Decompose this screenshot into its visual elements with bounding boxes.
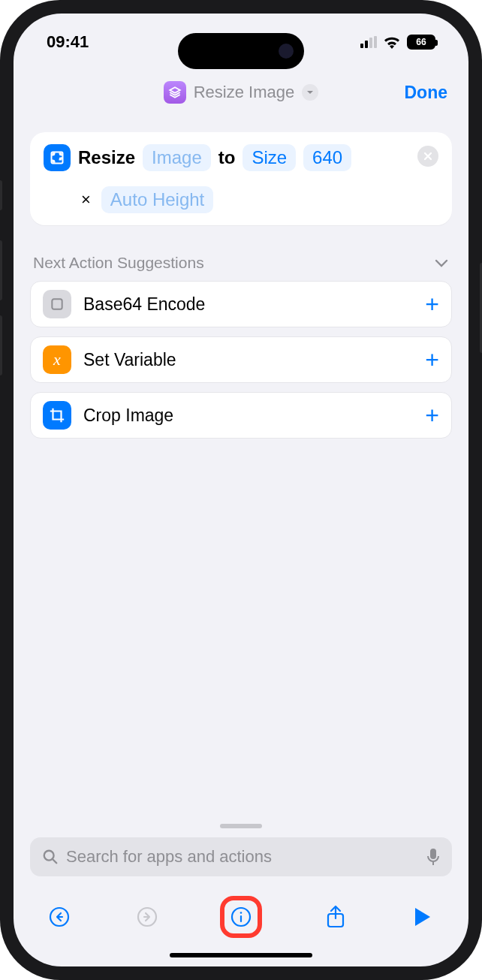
sheet-grabber[interactable] — [220, 824, 262, 828]
search-bar[interactable] — [30, 837, 452, 876]
resize-action-card[interactable]: Resize Image to Size 640 × Auto Height — [30, 132, 452, 225]
volume-up — [0, 240, 2, 300]
shortcut-title: Resize Image — [194, 83, 295, 102]
square-icon — [43, 290, 71, 318]
input-token[interactable]: Image — [143, 144, 211, 171]
suggestion-crop-image[interactable]: Crop Image + — [30, 392, 452, 439]
done-button[interactable]: Done — [405, 83, 448, 103]
chevron-down-icon — [302, 84, 318, 101]
suggestions-header[interactable]: Next Action Suggestions — [33, 254, 449, 272]
screen: 09:41 66 Resize Image Done — [14, 14, 468, 966]
side-button — [0, 180, 2, 210]
play-button[interactable] — [408, 903, 437, 931]
suggestion-label: Crop Image — [83, 406, 413, 426]
clear-action-button[interactable] — [417, 146, 438, 167]
size-token[interactable]: Size — [243, 144, 296, 171]
status-time: 09:41 — [47, 32, 89, 52]
add-icon[interactable]: + — [425, 402, 439, 430]
nav-bar: Resize Image Done — [14, 71, 468, 114]
add-icon[interactable]: + — [425, 291, 439, 318]
battery-icon: 66 — [407, 35, 435, 50]
suggestions-label: Next Action Suggestions — [33, 254, 204, 272]
variable-icon: x — [43, 345, 71, 374]
volume-down — [0, 315, 2, 375]
dynamic-island — [178, 33, 304, 69]
action-verb: Resize — [78, 147, 135, 168]
mic-icon[interactable] — [426, 848, 440, 866]
crop-icon — [43, 401, 71, 430]
info-button[interactable] — [227, 903, 255, 931]
width-token[interactable]: 640 — [303, 144, 351, 171]
home-indicator[interactable] — [170, 953, 312, 957]
resize-icon — [44, 144, 71, 171]
redo-button — [133, 903, 161, 931]
svg-point-7 — [240, 912, 243, 914]
share-button[interactable] — [321, 903, 350, 931]
height-token[interactable]: Auto Height — [101, 186, 213, 213]
search-icon — [42, 849, 59, 865]
suggestion-label: Base64 Encode — [83, 294, 413, 315]
search-input[interactable] — [66, 847, 419, 867]
undo-button[interactable] — [45, 903, 74, 931]
suggestion-base64[interactable]: Base64 Encode + — [30, 281, 452, 327]
add-icon[interactable]: + — [425, 346, 439, 374]
toolbar — [14, 890, 468, 948]
chevron-down-icon — [434, 258, 449, 268]
phone-frame: 09:41 66 Resize Image Done — [0, 0, 482, 980]
shortcut-app-icon — [164, 81, 186, 104]
cellular-icon — [360, 36, 377, 48]
action-to: to — [218, 147, 236, 168]
suggestion-set-variable[interactable]: x Set Variable + — [30, 336, 452, 383]
title-menu[interactable]: Resize Image — [164, 81, 319, 104]
wifi-icon — [383, 35, 401, 49]
svg-rect-1 — [52, 299, 62, 309]
svg-rect-3 — [430, 849, 436, 859]
info-button-highlight — [220, 896, 262, 938]
multiply-symbol: × — [78, 190, 94, 210]
suggestion-label: Set Variable — [83, 350, 413, 370]
